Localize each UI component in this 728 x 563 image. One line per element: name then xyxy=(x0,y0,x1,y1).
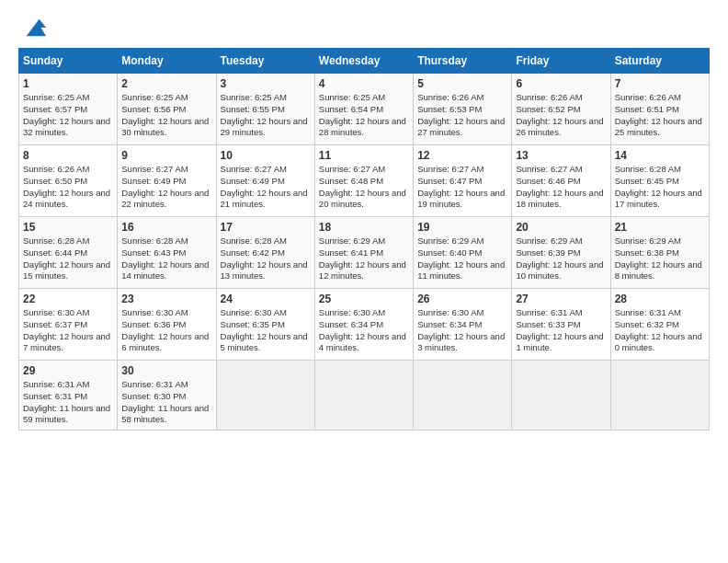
day-number: 2 xyxy=(121,77,211,90)
day-number: 9 xyxy=(121,149,211,162)
day-number: 8 xyxy=(23,149,113,162)
day-info: Sunrise: 6:29 AMSunset: 6:40 PMDaylight:… xyxy=(417,236,505,281)
day-info: Sunrise: 6:25 AMSunset: 6:56 PMDaylight:… xyxy=(121,92,209,137)
day-info: Sunrise: 6:28 AMSunset: 6:42 PMDaylight:… xyxy=(221,236,308,281)
day-info: Sunrise: 6:27 AMSunset: 6:47 PMDaylight:… xyxy=(417,164,505,209)
calendar-day-cell: 3 Sunrise: 6:25 AMSunset: 6:55 PMDayligh… xyxy=(216,74,314,145)
calendar-day-cell: 10 Sunrise: 6:27 AMSunset: 6:49 PMDaylig… xyxy=(216,145,314,217)
calendar-day-cell: 24 Sunrise: 6:30 AMSunset: 6:35 PMDaylig… xyxy=(216,289,314,361)
calendar-week-row: 29 Sunrise: 6:31 AMSunset: 6:31 PMDaylig… xyxy=(19,361,710,431)
day-info: Sunrise: 6:27 AMSunset: 6:49 PMDaylight:… xyxy=(121,164,209,209)
weekday-header: Thursday xyxy=(414,49,512,74)
header xyxy=(18,15,710,40)
day-info: Sunrise: 6:31 AMSunset: 6:31 PMDaylight:… xyxy=(23,379,110,424)
calendar-day-cell: 26 Sunrise: 6:30 AMSunset: 6:34 PMDaylig… xyxy=(414,289,512,361)
calendar-header: SundayMondayTuesdayWednesdayThursdayFrid… xyxy=(19,49,710,74)
day-info: Sunrise: 6:30 AMSunset: 6:35 PMDaylight:… xyxy=(221,307,308,352)
day-info: Sunrise: 6:26 AMSunset: 6:50 PMDaylight:… xyxy=(23,164,110,209)
calendar-week-row: 1 Sunrise: 6:25 AMSunset: 6:57 PMDayligh… xyxy=(19,74,710,145)
calendar-week-row: 15 Sunrise: 6:28 AMSunset: 6:44 PMDaylig… xyxy=(19,217,710,289)
calendar-day-cell: 20 Sunrise: 6:29 AMSunset: 6:39 PMDaylig… xyxy=(512,217,610,289)
day-info: Sunrise: 6:28 AMSunset: 6:44 PMDaylight:… xyxy=(23,236,110,281)
day-info: Sunrise: 6:25 AMSunset: 6:57 PMDaylight:… xyxy=(23,92,110,137)
calendar-table: SundayMondayTuesdayWednesdayThursdayFrid… xyxy=(18,48,710,431)
calendar-day-cell xyxy=(512,361,610,431)
day-number: 3 xyxy=(221,77,311,90)
calendar-day-cell: 13 Sunrise: 6:27 AMSunset: 6:46 PMDaylig… xyxy=(512,145,610,217)
day-number: 16 xyxy=(121,221,211,234)
weekday-row: SundayMondayTuesdayWednesdayThursdayFrid… xyxy=(19,49,710,74)
day-number: 19 xyxy=(417,221,507,234)
calendar-day-cell xyxy=(414,361,512,431)
day-number: 20 xyxy=(516,221,606,234)
day-number: 22 xyxy=(23,293,113,305)
calendar-day-cell: 19 Sunrise: 6:29 AMSunset: 6:40 PMDaylig… xyxy=(414,217,512,289)
weekday-header: Tuesday xyxy=(216,49,314,74)
day-number: 13 xyxy=(516,149,606,162)
day-info: Sunrise: 6:28 AMSunset: 6:45 PMDaylight:… xyxy=(615,164,702,209)
calendar-day-cell: 18 Sunrise: 6:29 AMSunset: 6:41 PMDaylig… xyxy=(314,217,413,289)
calendar-day-cell: 2 Sunrise: 6:25 AMSunset: 6:56 PMDayligh… xyxy=(118,74,216,145)
day-info: Sunrise: 6:27 AMSunset: 6:46 PMDaylight:… xyxy=(516,164,603,209)
weekday-header: Wednesday xyxy=(314,49,413,74)
calendar-day-cell: 29 Sunrise: 6:31 AMSunset: 6:31 PMDaylig… xyxy=(19,361,118,431)
calendar-day-cell: 1 Sunrise: 6:25 AMSunset: 6:57 PMDayligh… xyxy=(19,74,118,145)
day-info: Sunrise: 6:27 AMSunset: 6:49 PMDaylight:… xyxy=(221,164,308,209)
day-number: 26 xyxy=(417,293,507,305)
day-info: Sunrise: 6:30 AMSunset: 6:37 PMDaylight:… xyxy=(23,307,110,352)
calendar-day-cell xyxy=(216,361,314,431)
day-info: Sunrise: 6:31 AMSunset: 6:32 PMDaylight:… xyxy=(615,307,702,352)
day-info: Sunrise: 6:25 AMSunset: 6:54 PMDaylight:… xyxy=(319,92,406,137)
logo xyxy=(18,15,48,40)
day-number: 10 xyxy=(221,149,311,162)
day-info: Sunrise: 6:29 AMSunset: 6:41 PMDaylight:… xyxy=(319,236,406,281)
calendar-day-cell: 6 Sunrise: 6:26 AMSunset: 6:52 PMDayligh… xyxy=(512,74,610,145)
day-info: Sunrise: 6:31 AMSunset: 6:30 PMDaylight:… xyxy=(121,379,209,424)
day-info: Sunrise: 6:31 AMSunset: 6:33 PMDaylight:… xyxy=(516,307,603,352)
calendar-day-cell: 22 Sunrise: 6:30 AMSunset: 6:37 PMDaylig… xyxy=(19,289,118,361)
day-number: 5 xyxy=(417,77,507,90)
main-container: SundayMondayTuesdayWednesdayThursdayFrid… xyxy=(0,0,728,440)
calendar-day-cell: 5 Sunrise: 6:26 AMSunset: 6:53 PMDayligh… xyxy=(414,74,512,145)
calendar-week-row: 8 Sunrise: 6:26 AMSunset: 6:50 PMDayligh… xyxy=(19,145,710,217)
day-info: Sunrise: 6:26 AMSunset: 6:51 PMDaylight:… xyxy=(615,92,702,137)
day-number: 4 xyxy=(319,77,409,90)
day-number: 18 xyxy=(319,221,409,234)
day-info: Sunrise: 6:30 AMSunset: 6:34 PMDaylight:… xyxy=(319,307,406,352)
calendar-day-cell: 8 Sunrise: 6:26 AMSunset: 6:50 PMDayligh… xyxy=(19,145,118,217)
calendar-day-cell xyxy=(314,361,413,431)
weekday-header: Sunday xyxy=(19,49,118,74)
logo-icon xyxy=(22,15,48,40)
day-number: 28 xyxy=(615,293,705,305)
weekday-header: Monday xyxy=(118,49,216,74)
calendar-day-cell: 27 Sunrise: 6:31 AMSunset: 6:33 PMDaylig… xyxy=(512,289,610,361)
day-info: Sunrise: 6:26 AMSunset: 6:52 PMDaylight:… xyxy=(516,92,603,137)
day-number: 7 xyxy=(615,77,705,90)
day-info: Sunrise: 6:29 AMSunset: 6:38 PMDaylight:… xyxy=(615,236,702,281)
calendar-day-cell: 12 Sunrise: 6:27 AMSunset: 6:47 PMDaylig… xyxy=(414,145,512,217)
calendar-day-cell: 21 Sunrise: 6:29 AMSunset: 6:38 PMDaylig… xyxy=(610,217,709,289)
calendar-day-cell xyxy=(610,361,709,431)
weekday-header: Saturday xyxy=(610,49,709,74)
calendar-day-cell: 7 Sunrise: 6:26 AMSunset: 6:51 PMDayligh… xyxy=(610,74,709,145)
day-number: 24 xyxy=(221,293,311,305)
weekday-header: Friday xyxy=(512,49,610,74)
calendar-day-cell: 23 Sunrise: 6:30 AMSunset: 6:36 PMDaylig… xyxy=(118,289,216,361)
calendar-day-cell: 17 Sunrise: 6:28 AMSunset: 6:42 PMDaylig… xyxy=(216,217,314,289)
calendar-day-cell: 9 Sunrise: 6:27 AMSunset: 6:49 PMDayligh… xyxy=(118,145,216,217)
svg-marker-0 xyxy=(27,19,46,37)
calendar-day-cell: 30 Sunrise: 6:31 AMSunset: 6:30 PMDaylig… xyxy=(118,361,216,431)
day-info: Sunrise: 6:30 AMSunset: 6:34 PMDaylight:… xyxy=(417,307,505,352)
day-info: Sunrise: 6:28 AMSunset: 6:43 PMDaylight:… xyxy=(121,236,209,281)
calendar-day-cell: 15 Sunrise: 6:28 AMSunset: 6:44 PMDaylig… xyxy=(19,217,118,289)
day-number: 15 xyxy=(23,221,113,234)
day-number: 6 xyxy=(516,77,606,90)
day-info: Sunrise: 6:29 AMSunset: 6:39 PMDaylight:… xyxy=(516,236,603,281)
calendar-day-cell: 11 Sunrise: 6:27 AMSunset: 6:48 PMDaylig… xyxy=(314,145,413,217)
day-number: 30 xyxy=(121,364,211,377)
day-number: 27 xyxy=(516,293,606,305)
day-number: 11 xyxy=(319,149,409,162)
calendar-week-row: 22 Sunrise: 6:30 AMSunset: 6:37 PMDaylig… xyxy=(19,289,710,361)
day-number: 25 xyxy=(319,293,409,305)
calendar-body: 1 Sunrise: 6:25 AMSunset: 6:57 PMDayligh… xyxy=(19,74,710,431)
